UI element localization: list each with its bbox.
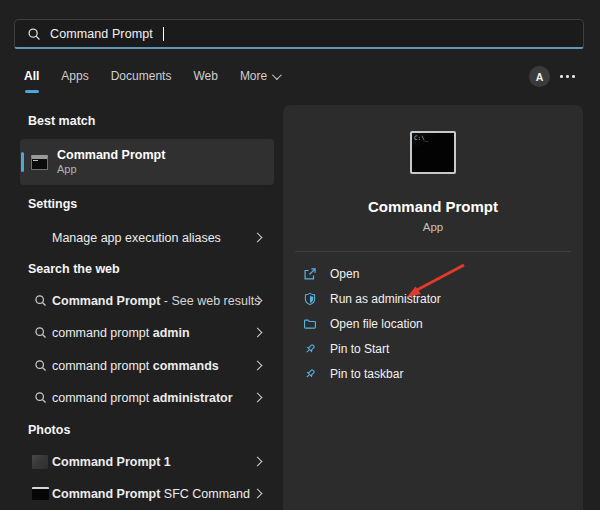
chevron-right-icon bbox=[253, 233, 263, 243]
shield-icon bbox=[302, 291, 317, 306]
search-icon bbox=[31, 391, 49, 404]
tab-apps[interactable]: Apps bbox=[61, 69, 88, 83]
action-label: Pin to taskbar bbox=[330, 367, 403, 381]
search-icon bbox=[27, 27, 41, 41]
divider bbox=[295, 251, 571, 252]
command-prompt-app-icon bbox=[410, 131, 456, 174]
tab-web[interactable]: Web bbox=[193, 69, 217, 83]
action-label: Open file location bbox=[330, 317, 423, 331]
preview-app-title: Command Prompt bbox=[283, 198, 583, 215]
web-suggestion-item[interactable]: command prompt commands bbox=[20, 350, 274, 381]
search-web-header: Search the web bbox=[28, 262, 120, 276]
selection-accent-bar bbox=[21, 152, 24, 172]
photos-header: Photos bbox=[28, 423, 70, 437]
search-icon bbox=[31, 326, 49, 339]
command-prompt-icon bbox=[31, 155, 48, 170]
chevron-right-icon bbox=[253, 328, 263, 338]
best-match-subtitle: App bbox=[57, 164, 165, 175]
text-cursor bbox=[163, 27, 164, 41]
more-options-icon[interactable] bbox=[560, 75, 575, 78]
settings-header: Settings bbox=[28, 197, 77, 211]
preview-app-type: App bbox=[283, 221, 583, 233]
web-suggestion-item[interactable]: command prompt admin bbox=[20, 317, 274, 348]
best-match-header: Best match bbox=[28, 114, 95, 128]
settings-result-item[interactable]: Manage app execution aliases bbox=[20, 222, 274, 253]
account-avatar[interactable]: A bbox=[529, 66, 550, 87]
start-search-flyout: Command Prompt All Apps Documents Web Mo… bbox=[0, 0, 600, 510]
avatar-letter: A bbox=[536, 71, 544, 83]
result-preview-panel: Command Prompt App Open Run a bbox=[283, 105, 583, 510]
search-icon bbox=[31, 359, 49, 372]
chevron-right-icon bbox=[253, 489, 263, 499]
chevron-right-icon bbox=[253, 393, 263, 403]
photo-result-item[interactable]: Command Prompt 1 bbox=[20, 446, 274, 477]
action-run-as-administrator[interactable]: Run as administrator bbox=[283, 286, 583, 311]
action-open-file-location[interactable]: Open file location bbox=[283, 311, 583, 336]
action-open[interactable]: Open bbox=[283, 261, 583, 286]
chevron-right-icon bbox=[253, 457, 263, 467]
best-match-result[interactable]: Command Prompt App bbox=[20, 139, 274, 185]
open-external-icon bbox=[302, 266, 317, 281]
tab-more[interactable]: More bbox=[240, 69, 279, 83]
web-suggestion-item[interactable]: Command Prompt - See web results bbox=[20, 285, 274, 316]
chevron-down-icon bbox=[272, 70, 282, 80]
tab-documents[interactable]: Documents bbox=[111, 69, 172, 83]
folder-icon bbox=[302, 316, 317, 331]
search-icon bbox=[31, 294, 49, 307]
action-label: Open bbox=[330, 267, 359, 281]
search-input[interactable]: Command Prompt bbox=[14, 19, 584, 49]
settings-item-label: Manage app execution aliases bbox=[52, 231, 221, 245]
action-label: Pin to Start bbox=[330, 342, 389, 356]
action-list: Open Run as administrator Open file l bbox=[283, 261, 583, 386]
action-label: Run as administrator bbox=[330, 292, 441, 306]
photo-thumbnail bbox=[31, 487, 49, 500]
search-filter-tabs: All Apps Documents Web More bbox=[24, 69, 279, 83]
web-suggestion-item[interactable]: command prompt administrator bbox=[20, 382, 274, 413]
chevron-right-icon bbox=[253, 361, 263, 371]
search-query-text: Command Prompt bbox=[50, 27, 153, 41]
pin-icon bbox=[302, 366, 317, 381]
tab-all[interactable]: All bbox=[24, 69, 39, 83]
photo-thumbnail bbox=[31, 455, 49, 469]
best-match-title: Command Prompt bbox=[57, 149, 165, 162]
action-pin-to-start[interactable]: Pin to Start bbox=[283, 336, 583, 361]
tab-more-label: More bbox=[240, 69, 267, 83]
photo-result-item[interactable]: Command Prompt SFC Command bbox=[20, 478, 274, 509]
action-pin-to-taskbar[interactable]: Pin to taskbar bbox=[283, 361, 583, 386]
pin-icon bbox=[302, 341, 317, 356]
